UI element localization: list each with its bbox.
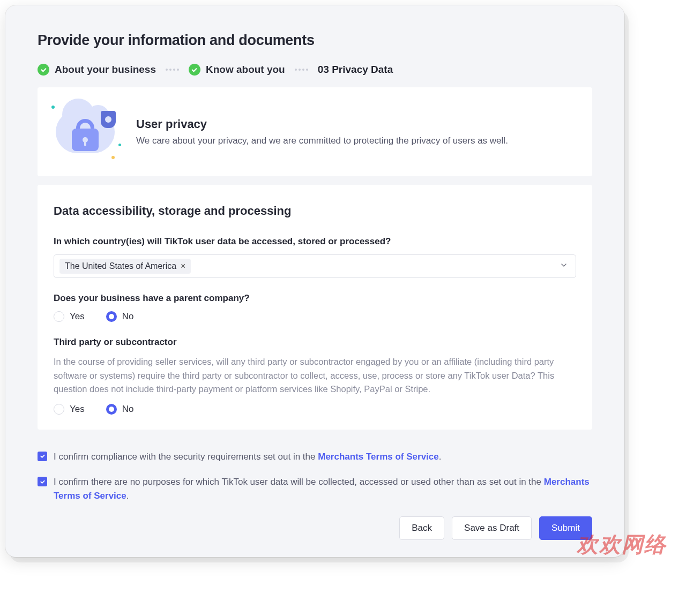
- step-privacy-data: 03 Privacy Data: [318, 64, 393, 76]
- country-field: In which country(ies) will TikTok user d…: [54, 236, 576, 278]
- privacy-subtitle: We care about your privacy, and we are c…: [136, 136, 508, 146]
- chip-remove-icon[interactable]: ×: [181, 261, 185, 271]
- merchants-tos-link[interactable]: Merchants Terms of Service: [318, 452, 439, 462]
- step-about-business: About your business: [38, 64, 156, 76]
- radio-icon: [54, 311, 64, 322]
- page-title: Provide your information and documents: [38, 32, 592, 49]
- chevron-down-icon: [560, 261, 568, 272]
- back-button[interactable]: Back: [399, 516, 444, 540]
- country-label: In which country(ies) will TikTok user d…: [54, 236, 576, 247]
- radio-icon: [54, 404, 64, 415]
- confirm-security-text: I confirm compliance with the security r…: [54, 450, 441, 464]
- step-separator-dots: [295, 69, 308, 71]
- checkbox-icon: [38, 477, 47, 486]
- privacy-lock-icon: [50, 102, 120, 161]
- check-icon: [189, 64, 200, 76]
- shield-icon: [101, 111, 116, 128]
- step-label: Know about you: [206, 64, 285, 76]
- third-party-yes[interactable]: Yes: [54, 404, 85, 415]
- parent-company-yes[interactable]: Yes: [54, 311, 85, 322]
- radio-icon: [106, 311, 117, 322]
- watermark-text: 欢欢网络: [577, 530, 667, 559]
- radio-label: Yes: [70, 311, 85, 322]
- parent-company-field: Does your business have a parent company…: [54, 293, 576, 322]
- third-party-description: In the course of providing seller servic…: [54, 355, 576, 396]
- parent-company-label: Does your business have a parent company…: [54, 293, 576, 304]
- stepper: About your business Know about you 03 Pr…: [38, 64, 592, 76]
- step-label: About your business: [55, 64, 156, 76]
- radio-icon: [106, 404, 117, 415]
- confirm-security[interactable]: I confirm compliance with the security r…: [38, 450, 592, 464]
- third-party-no[interactable]: No: [106, 404, 134, 415]
- data-accessibility-section: Data accessibility, storage and processi…: [38, 185, 592, 430]
- country-chip: The United States of America ×: [59, 259, 191, 274]
- country-select[interactable]: The United States of America ×: [54, 254, 576, 278]
- step-separator-dots: [166, 69, 179, 71]
- step-know-about-you: Know about you: [189, 64, 285, 76]
- section-title: Data accessibility, storage and processi…: [54, 204, 576, 218]
- third-party-label: Third party or subcontractor: [54, 337, 576, 348]
- footer-buttons: Back Save as Draft Submit: [38, 516, 592, 540]
- checkbox-icon: [38, 452, 47, 461]
- parent-company-no[interactable]: No: [106, 311, 134, 322]
- third-party-field: Third party or subcontractor In the cour…: [54, 337, 576, 415]
- check-icon: [38, 64, 49, 76]
- radio-label: No: [122, 404, 134, 415]
- confirm-purposes[interactable]: I confirm there are no purposes for whic…: [38, 475, 592, 502]
- radio-label: No: [122, 311, 134, 322]
- privacy-title: User privacy: [136, 117, 508, 131]
- chip-label: The United States of America: [65, 261, 176, 271]
- onboarding-window: Provide your information and documents A…: [5, 5, 624, 557]
- radio-label: Yes: [70, 404, 85, 415]
- save-draft-button[interactable]: Save as Draft: [452, 516, 532, 540]
- confirm-purposes-text: I confirm there are no purposes for whic…: [54, 475, 592, 502]
- privacy-banner: User privacy We care about your privacy,…: [38, 87, 592, 176]
